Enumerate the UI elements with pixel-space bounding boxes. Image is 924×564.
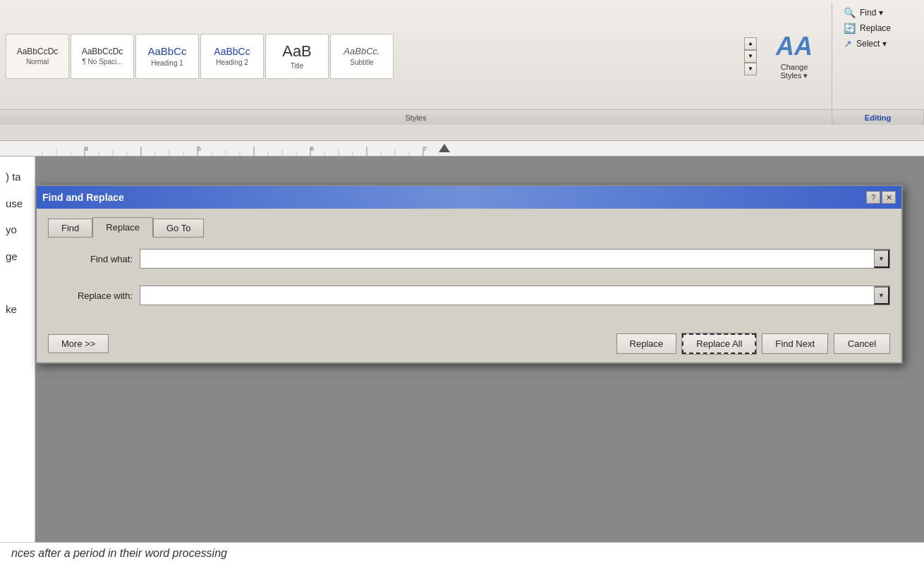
style-subtitle-label: Subtitle bbox=[350, 59, 373, 66]
doc-line-5 bbox=[6, 269, 29, 296]
change-styles-icon: AA bbox=[776, 32, 813, 61]
ruler-svg: 4 5 6 7 bbox=[0, 141, 924, 156]
doc-line-1: ) ta bbox=[6, 164, 29, 190]
change-styles-label: ChangeStyles ▾ bbox=[780, 63, 808, 80]
replace-label: Replace bbox=[860, 23, 891, 33]
dialog-help-button[interactable]: ? bbox=[866, 191, 880, 204]
dialog-close-button[interactable]: ✕ bbox=[882, 191, 896, 204]
style-scroll-up[interactable]: ▲ bbox=[744, 37, 757, 50]
dialog-tabs: Find Replace Go To bbox=[48, 217, 890, 238]
dialog-footer: More >> Replace Replace All Find Next Ca… bbox=[48, 322, 890, 354]
find-what-input[interactable] bbox=[140, 250, 874, 268]
replace-with-label: Replace with: bbox=[48, 290, 140, 301]
doc-line-3: yo bbox=[6, 216, 29, 243]
replace-with-dropdown[interactable]: ▼ bbox=[874, 286, 889, 305]
style-no-spacing[interactable]: AaBbCcDc ¶ No Spaci... bbox=[71, 34, 134, 79]
style-nospace-label: ¶ No Spaci... bbox=[82, 58, 122, 66]
dialog-title: Find and Replace bbox=[42, 192, 124, 203]
style-subtitle-preview: AaBbCc. bbox=[344, 46, 379, 57]
style-subtitle[interactable]: AaBbCc. Subtitle bbox=[330, 34, 394, 79]
style-h1-label: Heading 1 bbox=[151, 59, 183, 67]
replace-button[interactable]: Replace bbox=[616, 333, 677, 354]
style-heading1[interactable]: AaBbCc Heading 1 bbox=[135, 34, 199, 79]
select-icon: ↗ bbox=[844, 38, 852, 49]
dialog-footer-right: Replace Replace All Find Next Cancel bbox=[616, 333, 890, 354]
find-button[interactable]: 🔍 Find ▾ bbox=[841, 6, 916, 20]
doc-line-6: ke bbox=[6, 296, 29, 323]
style-items-list: AaBbCcDc Normal AaBbCcDc ¶ No Spaci... A… bbox=[6, 34, 741, 79]
svg-text:4: 4 bbox=[85, 145, 88, 152]
dialog-controls: ? ✕ bbox=[866, 191, 896, 204]
replace-with-input-wrap: ▼ bbox=[140, 286, 890, 305]
find-what-row: Find what: ▼ bbox=[48, 249, 890, 269]
style-heading2[interactable]: AaBbCc Heading 2 bbox=[200, 34, 264, 79]
style-nospace-preview: AaBbCcDc bbox=[82, 47, 123, 56]
style-title-preview: AaB bbox=[282, 42, 312, 61]
document-area: ) ta use yo ge ke Find and Replace ? ✕ F… bbox=[0, 157, 924, 564]
svg-text:5: 5 bbox=[197, 145, 201, 152]
dialog-titlebar: Find and Replace ? ✕ bbox=[37, 186, 901, 209]
styles-section-label: Styles bbox=[0, 110, 832, 125]
style-normal-preview: AaBbCcDc bbox=[17, 47, 59, 56]
ribbon-styles-section: AaBbCcDc Normal AaBbCcDc ¶ No Spaci... A… bbox=[0, 3, 832, 109]
svg-rect-0 bbox=[0, 141, 924, 156]
select-label: Select ▾ bbox=[856, 39, 887, 49]
svg-text:7: 7 bbox=[423, 145, 427, 152]
find-next-button[interactable]: Find Next bbox=[762, 333, 828, 354]
style-scroll-down[interactable]: ▼ bbox=[744, 50, 757, 63]
style-normal[interactable]: AaBbCcDc Normal bbox=[6, 34, 69, 79]
find-label: Find ▾ bbox=[860, 8, 883, 18]
replace-button[interactable]: 🔄 Replace bbox=[841, 21, 916, 35]
doc-line-2: use bbox=[6, 190, 29, 217]
style-title[interactable]: AaB Title bbox=[265, 34, 329, 79]
dialog-footer-left: More >> bbox=[48, 334, 109, 353]
replace-with-row: Replace with: ▼ bbox=[48, 286, 890, 305]
find-what-input-wrap: ▼ bbox=[140, 249, 890, 269]
dialog-body: Find Replace Go To Find what: ▼ Replace … bbox=[37, 209, 901, 362]
select-button[interactable]: ↗ Select ▾ bbox=[841, 37, 916, 51]
tab-goto[interactable]: Go To bbox=[153, 219, 204, 238]
ruler: 4 5 6 7 bbox=[0, 141, 924, 157]
find-what-label: Find what: bbox=[48, 254, 140, 264]
more-button[interactable]: More >> bbox=[48, 334, 109, 353]
find-icon: 🔍 bbox=[844, 7, 856, 18]
doc-bottom-text: nces after a period in their word proces… bbox=[0, 542, 924, 564]
style-h2-label: Heading 2 bbox=[216, 59, 248, 66]
doc-line-4: ge bbox=[6, 243, 29, 270]
ribbon: AaBbCcDc Normal AaBbCcDc ¶ No Spaci... A… bbox=[0, 0, 924, 141]
style-normal-label: Normal bbox=[26, 58, 49, 66]
replace-with-input[interactable] bbox=[140, 286, 874, 305]
ribbon-section-labels: Styles Editing bbox=[0, 109, 924, 125]
doc-left-margin: ) ta use yo ge ke bbox=[0, 157, 35, 564]
editing-section-label: Editing bbox=[832, 110, 924, 125]
cancel-button[interactable]: Cancel bbox=[834, 333, 890, 354]
style-title-label: Title bbox=[291, 62, 304, 70]
svg-text:6: 6 bbox=[310, 145, 314, 152]
style-scroll-controls: ▲ ▼ ▼ bbox=[744, 37, 757, 75]
change-styles-button[interactable]: AA ChangeStyles ▾ bbox=[762, 29, 826, 83]
tab-find[interactable]: Find bbox=[48, 219, 92, 238]
tab-replace[interactable]: Replace bbox=[92, 217, 153, 238]
ribbon-editing-section: 🔍 Find ▾ 🔄 Replace ↗ Select ▾ bbox=[832, 3, 924, 109]
style-scroll-expand[interactable]: ▼ bbox=[744, 63, 757, 75]
replace-all-button[interactable]: Replace All bbox=[682, 333, 756, 354]
editing-items-list: 🔍 Find ▾ 🔄 Replace ↗ Select ▾ bbox=[841, 6, 916, 106]
style-h2-preview: AaBbCc bbox=[214, 46, 250, 58]
replace-icon: 🔄 bbox=[844, 23, 856, 34]
style-h1-preview: AaBbCc bbox=[147, 45, 186, 58]
bottom-text-content: nces after a period in their word proces… bbox=[11, 547, 227, 559]
find-replace-dialog: Find and Replace ? ✕ Find Replace Go To … bbox=[35, 185, 903, 364]
find-what-dropdown[interactable]: ▼ bbox=[874, 250, 889, 268]
